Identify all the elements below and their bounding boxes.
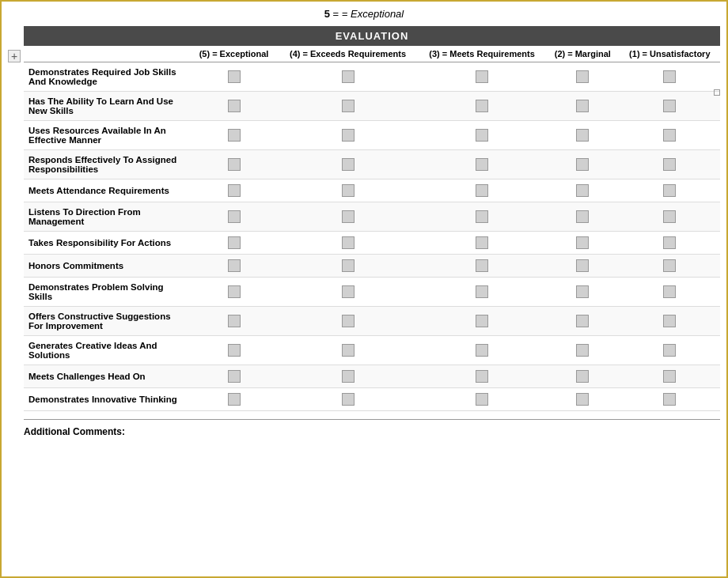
checkbox[interactable]: [228, 315, 241, 327]
checkbox[interactable]: [342, 393, 355, 406]
checkbox-cell: [278, 121, 418, 150]
checkbox[interactable]: [342, 370, 355, 383]
checkbox[interactable]: [342, 158, 355, 171]
checkbox[interactable]: [576, 158, 589, 171]
checkbox[interactable]: [476, 70, 488, 83]
checkbox[interactable]: [663, 210, 676, 223]
checkbox-cell: [418, 365, 546, 388]
checkbox[interactable]: [476, 184, 488, 197]
checkbox-cell: [190, 255, 278, 278]
checkbox-cell: [418, 121, 546, 150]
checkbox[interactable]: [576, 129, 589, 142]
checkbox-cell: [546, 278, 620, 307]
checkbox[interactable]: [342, 210, 355, 223]
checkbox-cell: [418, 278, 546, 307]
checkbox[interactable]: [342, 344, 355, 357]
checkbox[interactable]: [663, 158, 676, 171]
checkbox[interactable]: [663, 184, 676, 197]
checkbox[interactable]: [476, 100, 488, 112]
checkbox-cell: [278, 255, 418, 278]
checkbox-cell: [278, 336, 418, 365]
checkbox[interactable]: [228, 393, 241, 406]
checkbox-cell: [190, 365, 278, 388]
checkbox-cell: [278, 365, 418, 388]
checkbox-cell: [620, 232, 720, 255]
checkbox[interactable]: [228, 70, 241, 83]
checkbox-cell: [546, 255, 620, 278]
table-row: Meets Attendance Requirements: [24, 179, 720, 202]
checkbox[interactable]: [663, 344, 676, 357]
checkbox[interactable]: [576, 259, 589, 272]
criteria-label: Demonstrates Problem Solving Skills: [24, 278, 190, 307]
checkbox[interactable]: [476, 315, 488, 327]
checkbox[interactable]: [663, 393, 676, 406]
checkbox[interactable]: [476, 210, 488, 223]
checkbox[interactable]: [663, 315, 676, 327]
checkbox[interactable]: [576, 370, 589, 383]
table-body: Demonstrates Required Job Skills And Kno…: [24, 62, 720, 411]
checkbox[interactable]: [663, 100, 676, 112]
table-row: Listens To Direction From Management: [24, 202, 720, 232]
checkbox[interactable]: [228, 100, 241, 112]
checkbox[interactable]: [663, 370, 676, 383]
criteria-label: Offers Constructive Suggestions For Impr…: [24, 307, 190, 336]
checkbox[interactable]: [342, 259, 355, 272]
checkbox[interactable]: [576, 210, 589, 223]
checkbox[interactable]: [342, 129, 355, 142]
table-row: Demonstrates Required Job Skills And Kno…: [24, 62, 720, 92]
criteria-label: Honors Commitments: [24, 255, 190, 278]
checkbox[interactable]: [342, 315, 355, 327]
checkbox-cell: [190, 278, 278, 307]
checkbox[interactable]: [576, 70, 589, 83]
criteria-label: Listens To Direction From Management: [24, 202, 190, 232]
small-rect: [714, 89, 720, 96]
checkbox[interactable]: [342, 100, 355, 112]
checkbox-cell: [620, 255, 720, 278]
checkbox-cell: [190, 121, 278, 150]
checkbox[interactable]: [576, 393, 589, 406]
checkbox[interactable]: [663, 236, 676, 249]
checkbox[interactable]: [228, 158, 241, 171]
checkbox[interactable]: [228, 184, 241, 197]
checkbox[interactable]: [228, 236, 241, 249]
checkbox[interactable]: [228, 370, 241, 383]
checkbox[interactable]: [476, 259, 488, 272]
checkbox[interactable]: [576, 236, 589, 249]
checkbox[interactable]: [228, 129, 241, 142]
checkbox[interactable]: [476, 158, 488, 171]
checkbox[interactable]: [576, 100, 589, 112]
table-row: Demonstrates Problem Solving Skills: [24, 278, 720, 307]
checkbox-cell: [190, 150, 278, 179]
checkbox[interactable]: [663, 129, 676, 142]
checkbox[interactable]: [342, 184, 355, 197]
checkbox[interactable]: [476, 285, 488, 298]
checkbox[interactable]: [476, 129, 488, 142]
checkbox[interactable]: [576, 285, 589, 298]
checkbox[interactable]: [576, 184, 589, 197]
checkbox[interactable]: [663, 285, 676, 298]
checkbox[interactable]: [476, 370, 488, 383]
checkbox-cell: [278, 388, 418, 411]
col-2: (2) = Marginal: [546, 46, 620, 62]
checkbox[interactable]: [476, 393, 488, 406]
checkbox[interactable]: [576, 315, 589, 327]
checkbox-cell: [546, 307, 620, 336]
checkbox-cell: [278, 179, 418, 202]
checkbox[interactable]: [576, 344, 589, 357]
checkbox[interactable]: [228, 344, 241, 357]
checkbox[interactable]: [342, 285, 355, 298]
checkbox-cell: [190, 92, 278, 121]
checkbox[interactable]: [228, 210, 241, 223]
checkbox[interactable]: [663, 259, 676, 272]
checkbox[interactable]: [228, 285, 241, 298]
checkbox[interactable]: [476, 236, 488, 249]
checkbox[interactable]: [228, 259, 241, 272]
checkbox[interactable]: [663, 70, 676, 83]
checkbox-cell: [278, 92, 418, 121]
expand-icon[interactable]: +: [8, 50, 21, 62]
checkbox[interactable]: [342, 236, 355, 249]
checkbox-cell: [278, 62, 418, 92]
checkbox[interactable]: [476, 344, 488, 357]
criteria-label: Takes Responsibility For Actions: [24, 232, 190, 255]
checkbox[interactable]: [342, 70, 355, 83]
